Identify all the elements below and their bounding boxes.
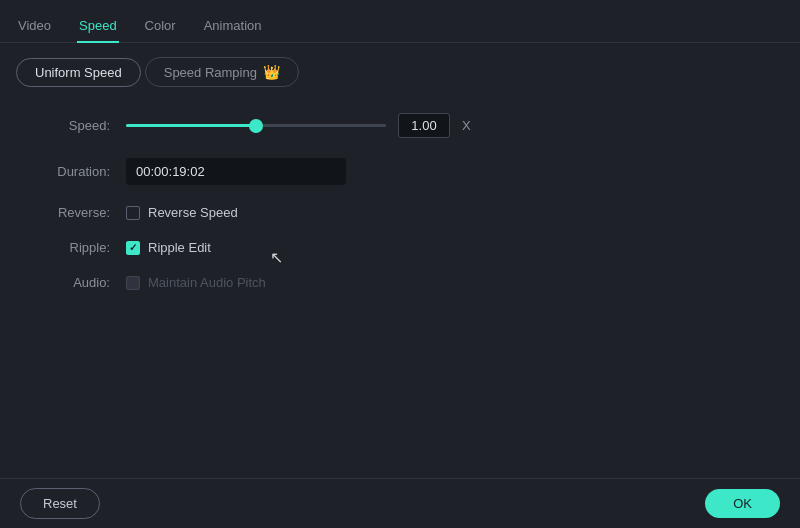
audio-checkbox[interactable] <box>126 276 140 290</box>
form-content: Speed: X Duration: Reverse: Reverse Spee… <box>0 101 800 322</box>
reverse-checkbox-label: Reverse Speed <box>148 205 238 220</box>
ripple-row: Ripple: Ripple Edit <box>30 240 800 255</box>
reverse-label: Reverse: <box>30 205 110 220</box>
audio-checkbox-row: Maintain Audio Pitch <box>126 275 266 290</box>
audio-checkbox-label: Maintain Audio Pitch <box>148 275 266 290</box>
speed-row: Speed: X <box>30 113 800 138</box>
tab-animation[interactable]: Animation <box>202 10 264 43</box>
subtab-uniform-speed[interactable]: Uniform Speed <box>16 58 141 87</box>
top-nav: Video Speed Color Animation <box>0 0 800 43</box>
reverse-checkbox-row: Reverse Speed <box>126 205 238 220</box>
speed-controls: X <box>126 113 471 138</box>
ripple-checkbox-label: Ripple Edit <box>148 240 211 255</box>
audio-label: Audio: <box>30 275 110 290</box>
speed-slider-fill <box>126 124 256 127</box>
tab-video[interactable]: Video <box>16 10 53 43</box>
ok-button[interactable]: OK <box>705 489 780 518</box>
bottom-bar: Reset OK <box>0 478 800 528</box>
reverse-checkbox[interactable] <box>126 206 140 220</box>
crown-icon: 👑 <box>263 64 280 80</box>
ripple-label: Ripple: <box>30 240 110 255</box>
reverse-row: Reverse: Reverse Speed <box>30 205 800 220</box>
tab-color[interactable]: Color <box>143 10 178 43</box>
duration-label: Duration: <box>30 164 110 179</box>
duration-input[interactable] <box>126 158 346 185</box>
speed-x-label: X <box>462 118 471 133</box>
ripple-checkbox[interactable] <box>126 241 140 255</box>
audio-row: Audio: Maintain Audio Pitch <box>30 275 800 290</box>
duration-row: Duration: <box>30 158 800 185</box>
subtab-speed-ramp[interactable]: Speed Ramping 👑 <box>145 57 299 87</box>
speed-label: Speed: <box>30 118 110 133</box>
sub-tabs-row: Uniform Speed Speed Ramping 👑 <box>0 43 800 101</box>
tab-speed[interactable]: Speed <box>77 10 119 43</box>
reset-button[interactable]: Reset <box>20 488 100 519</box>
speed-slider-thumb[interactable] <box>249 119 263 133</box>
speed-slider-container[interactable] <box>126 124 386 127</box>
ripple-checkbox-row: Ripple Edit <box>126 240 211 255</box>
speed-value-input[interactable] <box>398 113 450 138</box>
speed-slider-track[interactable] <box>126 124 386 127</box>
